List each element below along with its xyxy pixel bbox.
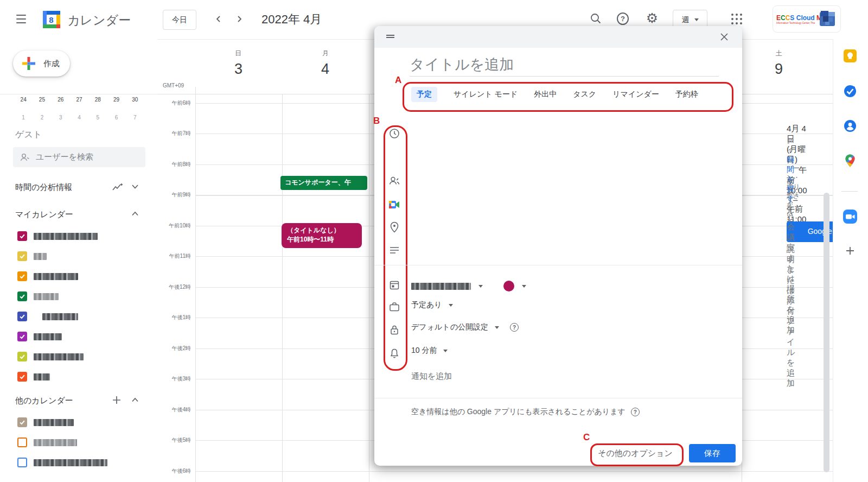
calendar-checkbox[interactable]	[17, 372, 27, 382]
search-users-input[interactable]: ユーザーを検索	[13, 147, 145, 167]
zoom-icon[interactable]	[842, 208, 858, 225]
chevron-down-icon[interactable]	[522, 285, 526, 288]
mini-day[interactable]: 6	[107, 115, 125, 120]
add-description-field[interactable]: 説明または添付ファイルを追加	[787, 244, 795, 389]
chevron-up-icon[interactable]	[131, 397, 139, 403]
my-calendars-header[interactable]: マイカレンダー	[15, 208, 145, 221]
calendar-checkbox[interactable]	[17, 417, 27, 427]
save-button[interactable]: 保存	[689, 444, 736, 462]
calendar-checkbox[interactable]	[17, 332, 27, 341]
mini-day[interactable]: 5	[88, 115, 107, 120]
calendar-checkbox[interactable]	[17, 231, 27, 241]
tab-event[interactable]: 予定	[411, 87, 437, 102]
mini-day[interactable]: 27	[70, 97, 88, 103]
dialog-header[interactable]	[374, 26, 742, 48]
help-icon[interactable]: ?	[510, 323, 519, 332]
get-addons-icon[interactable]	[842, 243, 858, 259]
calendar-checkbox[interactable]	[17, 291, 27, 301]
my-calendar-row[interactable]	[17, 352, 84, 362]
settings-gear-icon[interactable]: ⚙	[645, 10, 659, 26]
my-calendar-row[interactable]	[17, 312, 78, 321]
calendar-checkbox[interactable]	[17, 352, 27, 362]
tab-appointment[interactable]: 予約枠	[675, 90, 698, 99]
calendar-logo-icon[interactable]: 8	[41, 9, 62, 30]
account-subtitle: Information Technology Center, The Unive…	[776, 22, 815, 24]
visibility-row[interactable]: デフォルトの公開設定 ?	[411, 322, 519, 332]
my-calendar-row[interactable]	[17, 231, 98, 241]
mini-day[interactable]: 1	[14, 115, 33, 120]
day-number[interactable]: 4	[321, 61, 329, 78]
day-number[interactable]: 9	[775, 61, 783, 78]
date-range[interactable]: 2022年 4月	[261, 11, 322, 28]
next-week-icon[interactable]	[232, 12, 246, 26]
drag-handle-icon[interactable]	[386, 34, 394, 39]
day-of-week[interactable]: 月	[322, 49, 329, 58]
tab-reminder[interactable]: リマインダー	[612, 90, 659, 99]
insights-row[interactable]: 時間の分析情報	[15, 181, 145, 194]
mini-day[interactable]: 29	[107, 97, 125, 103]
maps-icon[interactable]	[842, 153, 858, 169]
chevron-down-icon[interactable]	[478, 285, 483, 288]
help-icon[interactable]: ?	[631, 408, 640, 416]
create-label: 作成	[43, 59, 60, 69]
my-calendar-row[interactable]	[17, 291, 59, 301]
help-icon[interactable]: ?	[617, 12, 629, 24]
search-icon[interactable]	[589, 11, 603, 26]
account-card[interactable]: ECCS Cloud Mail Information Technology C…	[773, 5, 841, 33]
event-common-supporter[interactable]: コモンサポーター、午	[280, 176, 367, 190]
keep-icon[interactable]	[842, 48, 858, 64]
day-of-week[interactable]: 土	[776, 49, 782, 58]
my-calendar-row[interactable]	[17, 271, 78, 281]
mini-day[interactable]: 30	[126, 97, 144, 103]
avatar[interactable]	[819, 10, 837, 28]
mini-day[interactable]: 2	[33, 115, 51, 120]
calendar-checkbox[interactable]	[17, 458, 27, 467]
my-calendar-row[interactable]	[17, 251, 47, 261]
sidebar: 作成 24 25 26 27 28 29 30 1 2 3 4 5 6 7	[0, 39, 157, 482]
calendar-checkbox[interactable]	[17, 251, 27, 261]
today-button[interactable]: 今日	[163, 10, 196, 30]
tasks-icon[interactable]	[842, 83, 858, 99]
chevron-down-icon[interactable]	[131, 184, 139, 189]
scrollbar[interactable]	[824, 193, 829, 472]
mini-day[interactable]: 24	[14, 97, 33, 103]
mini-day[interactable]: 3	[52, 115, 70, 120]
add-calendar-icon[interactable]	[112, 395, 122, 405]
chevron-up-icon[interactable]	[131, 211, 139, 217]
day-number[interactable]: 3	[234, 61, 242, 78]
calendar-checkbox[interactable]	[17, 437, 27, 447]
close-icon[interactable]	[717, 30, 731, 44]
busy-row[interactable]: 予定あり	[411, 300, 453, 310]
add-notification-link[interactable]: 通知を追加	[411, 371, 452, 382]
calendar-select-row[interactable]	[411, 280, 526, 292]
main-menu-icon[interactable]	[14, 12, 28, 26]
calendar-checkbox[interactable]	[17, 312, 27, 321]
mini-day[interactable]: 4	[70, 115, 88, 120]
mini-day[interactable]: 7	[126, 115, 144, 120]
other-calendar-row[interactable]	[17, 417, 74, 427]
tab-out-of-office[interactable]: 外出中	[534, 90, 557, 99]
create-button[interactable]: 作成	[13, 50, 70, 77]
contacts-icon[interactable]	[842, 118, 858, 134]
my-calendar-row[interactable]	[17, 372, 50, 382]
day-of-week[interactable]: 日	[235, 49, 241, 58]
event-color-dot[interactable]	[503, 281, 514, 291]
other-calendar-row[interactable]	[17, 458, 107, 467]
mini-day[interactable]: 28	[88, 97, 107, 103]
my-calendar-row[interactable]	[17, 332, 62, 341]
tab-focus-time[interactable]: サイレント モード	[454, 90, 518, 99]
google-apps-icon[interactable]	[731, 13, 744, 26]
mini-day[interactable]: 25	[33, 97, 51, 103]
more-options-button[interactable]: その他のオプション	[591, 443, 679, 463]
mini-day[interactable]: 26	[52, 97, 70, 103]
other-calendar-row[interactable]	[17, 437, 77, 447]
calendar-checkbox[interactable]	[17, 271, 27, 281]
event-create-dialog: タイトルを追加 A 予定 サイレント モード 外出中 タスク リマインダー 予約…	[374, 26, 742, 466]
event-no-title[interactable]: （タイトルなし） 午前10時〜11時	[282, 223, 362, 248]
prev-week-icon[interactable]	[212, 12, 226, 26]
tab-task[interactable]: タスク	[573, 90, 596, 99]
reminder-row[interactable]: 10 分前	[411, 346, 448, 356]
briefcase-icon	[388, 301, 400, 313]
title-input[interactable]: タイトルを追加	[410, 55, 514, 74]
chevron-down-icon	[694, 18, 699, 21]
